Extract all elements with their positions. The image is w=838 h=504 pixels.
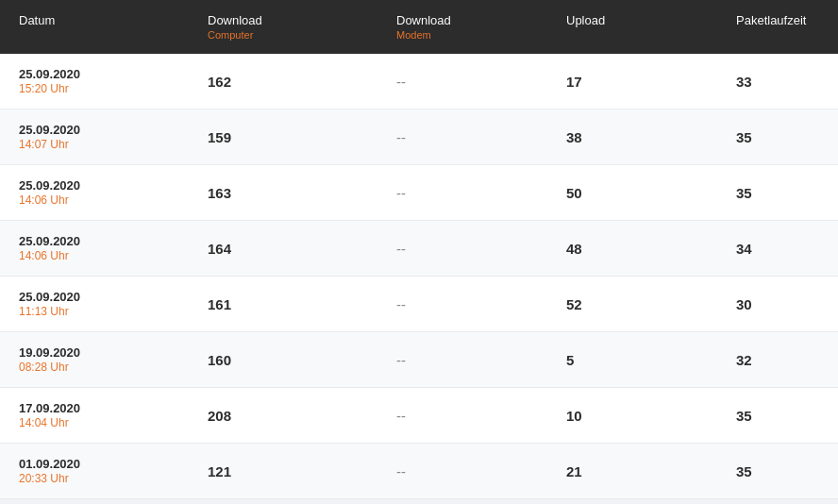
date-cell: 25.09.202014:06 Uhr bbox=[0, 165, 189, 221]
date-main: 01.09.2020 bbox=[19, 457, 170, 471]
download-computer-value: 159 bbox=[189, 109, 377, 165]
download-modem-value: -- bbox=[377, 109, 547, 165]
upload-value: 17 bbox=[547, 54, 717, 109]
date-time: 14:06 Uhr bbox=[19, 249, 170, 262]
data-table: Datum Download Computer Download Modem U… bbox=[0, 0, 838, 499]
col-header-upload: Upload bbox=[547, 0, 717, 54]
date-main: 19.09.2020 bbox=[19, 345, 170, 360]
download-computer-value: 160 bbox=[189, 332, 377, 388]
table-row: 25.09.202015:20 Uhr162--1733 bbox=[0, 54, 838, 109]
download-modem-value: -- bbox=[377, 165, 547, 221]
upload-value: 50 bbox=[547, 165, 717, 221]
table-row: 25.09.202014:07 Uhr159--3835 bbox=[0, 109, 838, 165]
date-cell: 17.09.202014:04 Uhr bbox=[0, 388, 189, 444]
date-cell: 01.09.202020:33 Uhr bbox=[0, 444, 189, 499]
date-cell: 25.09.202015:20 Uhr bbox=[0, 54, 189, 109]
table-row: 19.09.202008:28 Uhr160--532 bbox=[0, 332, 838, 388]
download-modem-value: -- bbox=[377, 444, 547, 499]
upload-value: 10 bbox=[547, 388, 717, 444]
date-main: 25.09.2020 bbox=[19, 178, 170, 193]
date-main: 25.09.2020 bbox=[19, 234, 170, 248]
col-header-download-modem: Download Modem bbox=[377, 0, 547, 54]
paketlaufzeit-value: 32 bbox=[717, 332, 838, 388]
download-modem-value: -- bbox=[377, 277, 547, 332]
download-modem-value: -- bbox=[377, 54, 547, 109]
date-cell: 25.09.202014:06 Uhr bbox=[0, 221, 189, 277]
date-cell: 25.09.202011:13 Uhr bbox=[0, 277, 189, 332]
paketlaufzeit-value: 33 bbox=[717, 54, 838, 109]
paketlaufzeit-value: 35 bbox=[717, 165, 838, 221]
paketlaufzeit-value: 30 bbox=[717, 277, 838, 332]
date-main: 25.09.2020 bbox=[19, 67, 170, 81]
date-time: 20:33 Uhr bbox=[19, 472, 170, 485]
date-time: 14:07 Uhr bbox=[19, 138, 170, 151]
col-header-paketlaufzeit: Paketlaufzeit bbox=[717, 0, 838, 54]
date-cell: 19.09.202008:28 Uhr bbox=[0, 332, 189, 388]
date-time: 14:06 Uhr bbox=[19, 193, 170, 207]
download-computer-value: 163 bbox=[189, 165, 377, 221]
download-computer-value: 164 bbox=[189, 221, 377, 277]
download-computer-value: 161 bbox=[189, 277, 377, 332]
col-header-datum: Datum bbox=[0, 0, 189, 54]
paketlaufzeit-value: 34 bbox=[717, 221, 838, 277]
paketlaufzeit-value: 35 bbox=[717, 109, 838, 165]
upload-value: 21 bbox=[547, 444, 717, 499]
table-header-row: Datum Download Computer Download Modem U… bbox=[0, 0, 838, 54]
date-time: 08:28 Uhr bbox=[19, 361, 170, 374]
date-time: 15:20 Uhr bbox=[19, 82, 170, 95]
date-main: 25.09.2020 bbox=[19, 123, 170, 137]
main-table-container: Datum Download Computer Download Modem U… bbox=[0, 0, 838, 499]
download-computer-value: 121 bbox=[189, 444, 377, 499]
download-modem-value: -- bbox=[377, 221, 547, 277]
upload-value: 48 bbox=[547, 221, 717, 277]
upload-value: 52 bbox=[547, 277, 717, 332]
date-cell: 25.09.202014:07 Uhr bbox=[0, 109, 189, 165]
paketlaufzeit-value: 35 bbox=[717, 444, 838, 499]
table-row: 25.09.202014:06 Uhr164--4834 bbox=[0, 221, 838, 277]
upload-value: 5 bbox=[547, 332, 717, 388]
col-header-download-computer: Download Computer bbox=[189, 0, 377, 54]
download-modem-value: -- bbox=[377, 332, 547, 388]
download-modem-value: -- bbox=[377, 388, 547, 444]
table-row: 01.09.202020:33 Uhr121--2135 bbox=[0, 444, 838, 499]
table-row: 25.09.202011:13 Uhr161--5230 bbox=[0, 277, 838, 332]
date-main: 25.09.2020 bbox=[19, 290, 170, 304]
upload-value: 38 bbox=[547, 109, 717, 165]
download-computer-value: 162 bbox=[189, 54, 377, 109]
date-main: 17.09.2020 bbox=[19, 401, 170, 415]
download-computer-value: 208 bbox=[189, 388, 377, 444]
table-row: 17.09.202014:04 Uhr208--1035 bbox=[0, 388, 838, 444]
table-row: 25.09.202014:06 Uhr163--5035 bbox=[0, 165, 838, 221]
paketlaufzeit-value: 35 bbox=[717, 388, 838, 444]
date-time: 11:13 Uhr bbox=[19, 305, 170, 318]
date-time: 14:04 Uhr bbox=[19, 416, 170, 429]
